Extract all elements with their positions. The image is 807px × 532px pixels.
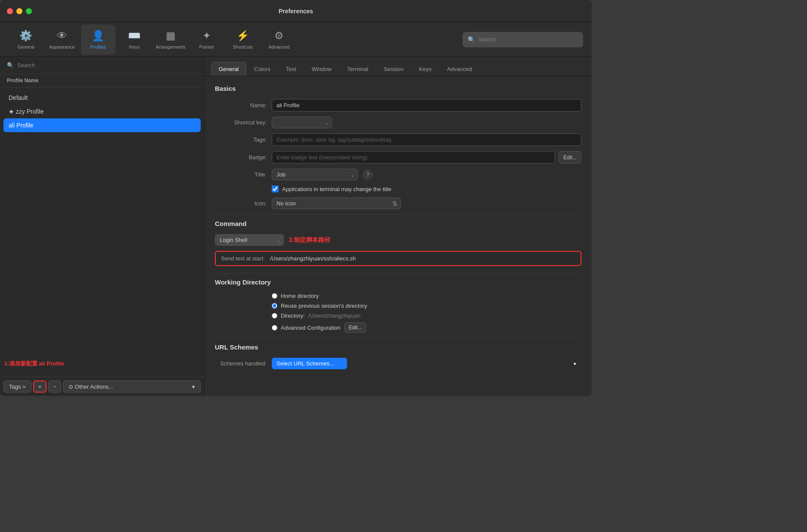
toolbar-label-advanced: Advanced <box>269 44 290 49</box>
profile-list-header: Profile Name <box>0 74 204 87</box>
radio-home-input[interactable] <box>272 293 277 299</box>
title-help-button[interactable]: ? <box>363 170 372 179</box>
add-profile-button[interactable]: + <box>33 380 47 393</box>
radio-directory-input[interactable] <box>272 313 277 319</box>
title-label: Title: <box>215 171 267 178</box>
tab-advanced[interactable]: Advanced <box>440 62 479 76</box>
separator-2 <box>215 273 581 273</box>
radio-directory-path: /Users/zhangzhiyuan <box>308 312 360 319</box>
traffic-lights <box>7 8 32 14</box>
command-row: Login Shell 2.制定脚本路径 <box>215 234 581 246</box>
title-select-wrapper: Job <box>272 169 358 180</box>
icon-label: Icon: <box>215 200 267 207</box>
toolbar-label-arrangements: Arrangements <box>155 44 185 49</box>
toolbar-search-input[interactable] <box>478 36 578 43</box>
search-icon: 🔍 <box>468 36 475 43</box>
toolbar-item-pointer[interactable]: ✦ Pointer <box>189 25 224 55</box>
title-change-checkbox-row: Applications in terminal may change the … <box>272 186 581 192</box>
login-shell-select[interactable]: Login Shell <box>215 234 284 246</box>
radio-reuse-input[interactable] <box>272 303 277 309</box>
title-change-label: Applications in terminal may change the … <box>282 186 391 192</box>
name-input[interactable] <box>272 99 581 111</box>
toolbar-item-appearance[interactable]: 👁 Appearance <box>45 25 79 55</box>
schemes-handled-label: Schemes handled: <box>215 360 267 367</box>
tab-terminal[interactable]: Terminal <box>340 62 376 76</box>
radio-directory: Directory: /Users/zhangzhiyuan <box>272 312 581 319</box>
tab-session[interactable]: Session <box>376 62 411 76</box>
close-button[interactable] <box>7 8 13 14</box>
shortcut-key-row: Shortcut key: <box>215 117 581 128</box>
tab-text[interactable]: Text <box>279 62 304 76</box>
radio-advanced-config-label: Advanced Configuration <box>281 325 341 331</box>
content-area: General Colors Text Window Terminal Sess… <box>205 57 592 396</box>
separator-1 <box>215 214 581 215</box>
badge-input[interactable] <box>272 151 555 164</box>
sidebar-search-icon: 🔍 <box>7 62 14 68</box>
icon-select-wrapper: No Icon <box>272 198 401 209</box>
badge-edit-button[interactable]: Edit... <box>559 151 581 164</box>
maximize-button[interactable] <box>26 8 32 14</box>
radio-advanced-config-input[interactable] <box>272 325 277 331</box>
toolbar-item-keys[interactable]: ⌨️ Keys <box>117 25 152 55</box>
main-content: 🔍 Profile Name Default ★ zzy Profile ali… <box>0 57 592 396</box>
radio-reuse-label: Reuse previous session's directory <box>281 303 367 309</box>
toolbar-search-box[interactable]: 🔍 <box>462 32 583 47</box>
toolbar-item-profiles[interactable]: 👤 Profiles <box>81 25 115 55</box>
tags-label: Tags: <box>215 136 267 143</box>
title-select[interactable]: Job <box>272 169 358 180</box>
sidebar-annotation: 1:添加新配置 ali Profile <box>4 360 64 368</box>
schemes-row: Schemes handled: Select URL Schemes... <box>215 358 581 369</box>
profile-item-ali[interactable]: ali Profile <box>3 118 201 132</box>
keys-icon: ⌨️ <box>128 30 141 42</box>
sidebar-footer: 1:添加新配置 ali Profile Tags > + − ⊙ Other A… <box>0 377 204 396</box>
name-row: Name: <box>215 99 581 111</box>
icon-select[interactable]: No Icon <box>272 198 401 209</box>
send-text-label: Send text at start: <box>221 255 265 262</box>
appearance-icon: 👁 <box>57 30 67 42</box>
command-section-title: Command <box>215 220 581 227</box>
tab-colors[interactable]: Colors <box>247 62 278 76</box>
toolbar-label-general: General <box>17 44 34 49</box>
pointer-icon: ✦ <box>202 30 211 42</box>
basics-section-title: Basics <box>215 85 581 92</box>
toolbar-label-shortcuts: Shortcuts <box>233 44 253 49</box>
profiles-icon: 👤 <box>92 30 105 42</box>
sidebar-search-input[interactable] <box>17 62 197 68</box>
shortcut-key-select[interactable] <box>272 117 332 128</box>
badge-label: Badge: <box>215 154 267 161</box>
toolbar-label-keys: Keys <box>129 44 140 49</box>
advanced-config-edit-button[interactable]: Edit... <box>344 322 367 333</box>
sidebar: 🔍 Profile Name Default ★ zzy Profile ali… <box>0 57 205 396</box>
profile-item-default[interactable]: Default <box>3 91 201 105</box>
other-actions-label: Other Actions... <box>75 384 113 390</box>
title-bar: Preferences <box>0 0 592 22</box>
toolbar-item-arrangements[interactable]: ▦ Arrangements <box>153 25 188 55</box>
tags-button[interactable]: Tags > <box>3 380 31 393</box>
schemes-select[interactable]: Select URL Schemes... <box>272 358 347 369</box>
separator-3 <box>215 338 581 338</box>
toolbar-item-advanced[interactable]: ⚙ Advanced <box>262 25 296 55</box>
title-change-checkbox[interactable] <box>272 186 279 192</box>
tab-keys[interactable]: Keys <box>412 62 439 76</box>
toolbar-item-general[interactable]: ⚙️ General <box>9 25 43 55</box>
toolbar-item-shortcuts[interactable]: ⚡ Shortcuts <box>226 25 260 55</box>
tab-window[interactable]: Window <box>304 62 339 76</box>
window-title: Preferences <box>279 8 313 15</box>
icon-row: Icon: No Icon <box>215 198 581 209</box>
toolbar: ⚙️ General 👁 Appearance 👤 Profiles ⌨️ Ke… <box>0 22 592 57</box>
sidebar-search-box[interactable]: 🔍 <box>0 57 204 74</box>
tags-input[interactable] <box>272 133 581 146</box>
other-actions-chevron-icon: ▾ <box>192 384 195 390</box>
tab-general[interactable]: General <box>211 62 246 76</box>
general-icon: ⚙️ <box>19 30 32 42</box>
content-scroll: Basics Name: Shortcut key: Tags: <box>205 76 592 396</box>
radio-reuse: Reuse previous session's directory <box>272 303 581 309</box>
shortcut-key-label: Shortcut key: <box>215 119 267 126</box>
send-text-row: Send text at start: /Users/zhangzhiyuan/… <box>215 251 581 266</box>
radio-advanced-config: Advanced Configuration Edit... <box>272 322 581 333</box>
minimize-button[interactable] <box>16 8 22 14</box>
profile-item-zzy[interactable]: ★ zzy Profile <box>3 105 201 118</box>
remove-profile-button[interactable]: − <box>48 380 61 393</box>
other-actions-button[interactable]: ⊙ Other Actions... ▾ <box>63 380 201 393</box>
name-label: Name: <box>215 102 267 108</box>
